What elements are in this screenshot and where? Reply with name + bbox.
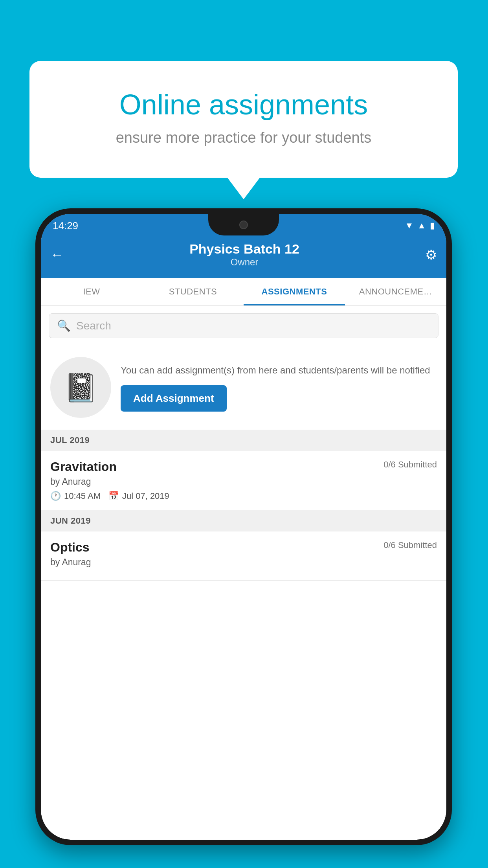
header-subtitle: Owner [189, 257, 299, 268]
calendar-icon: 📅 [108, 491, 119, 501]
time-value: 10:45 AM [64, 491, 101, 501]
settings-button[interactable]: ⚙ [425, 247, 437, 263]
assignment-author-optics: by Anurag [50, 557, 437, 568]
add-description: You can add assignment(s) from here and … [121, 363, 437, 377]
battery-icon: ▮ [430, 221, 435, 231]
tab-assignments[interactable]: ASSIGNMENTS [244, 278, 345, 305]
assignment-name: Gravitation [50, 460, 117, 474]
status-icons: ▼ ▲ ▮ [405, 221, 435, 231]
tab-announcements[interactable]: ANNOUNCEME… [345, 278, 446, 305]
search-bar[interactable]: 🔍 Search [49, 313, 438, 338]
search-container: 🔍 Search [41, 306, 446, 345]
assignment-submitted: 0/6 Submitted [383, 460, 437, 470]
status-time: 14:29 [53, 220, 78, 232]
header-title: Physics Batch 12 [189, 241, 299, 257]
date-value: Jul 07, 2019 [122, 491, 169, 501]
tabs-bar: IEW STUDENTS ASSIGNMENTS ANNOUNCEME… [41, 278, 446, 306]
assignment-date: 📅 Jul 07, 2019 [108, 491, 169, 501]
front-camera [239, 221, 248, 229]
add-assignment-button[interactable]: Add Assignment [121, 385, 227, 412]
app-screen: 14:29 ▼ ▲ ▮ ← Physics Batch 12 Owner [41, 214, 446, 840]
notebook-icon: 📓 [64, 371, 98, 404]
speech-bubble-title: Online assignments [61, 88, 426, 121]
phone-inner: 14:29 ▼ ▲ ▮ ← Physics Batch 12 Owner [41, 214, 446, 840]
add-area-right: You can add assignment(s) from here and … [121, 363, 437, 412]
speech-bubble: Online assignments ensure more practice … [29, 61, 458, 178]
phone-mockup: 14:29 ▼ ▲ ▮ ← Physics Batch 12 Owner [35, 208, 452, 845]
signal-icon: ▲ [417, 221, 426, 231]
tab-students[interactable]: STUDENTS [142, 278, 244, 305]
clock-icon: 🕐 [50, 491, 61, 501]
section-header-jun-2019: JUN 2019 [41, 510, 446, 531]
phone-frame: 14:29 ▼ ▲ ▮ ← Physics Batch 12 Owner [35, 208, 452, 845]
assignment-submitted-optics: 0/6 Submitted [383, 540, 437, 550]
assignment-item-gravitation[interactable]: Gravitation 0/6 Submitted by Anurag 🕐 10… [41, 451, 446, 510]
assignment-item-optics[interactable]: Optics 0/6 Submitted by Anurag [41, 531, 446, 581]
phone-notch [208, 214, 279, 235]
assignment-author: by Anurag [50, 476, 437, 487]
section-header-jul-2019: JUL 2019 [41, 430, 446, 451]
back-button[interactable]: ← [50, 247, 64, 262]
assignment-meta: 🕐 10:45 AM 📅 Jul 07, 2019 [50, 491, 437, 501]
wifi-icon: ▼ [405, 221, 413, 231]
tab-iew[interactable]: IEW [41, 278, 142, 305]
search-icon: 🔍 [57, 319, 71, 332]
assignment-time: 🕐 10:45 AM [50, 491, 101, 501]
assignment-name-optics: Optics [50, 540, 90, 555]
speech-bubble-container: Online assignments ensure more practice … [29, 61, 458, 178]
header-center: Physics Batch 12 Owner [189, 241, 299, 268]
add-assignment-area: 📓 You can add assignment(s) from here an… [41, 345, 446, 430]
speech-bubble-subtitle: ensure more practice for your students [61, 129, 426, 146]
assignment-icon-circle: 📓 [50, 357, 111, 418]
search-placeholder: Search [76, 320, 111, 332]
